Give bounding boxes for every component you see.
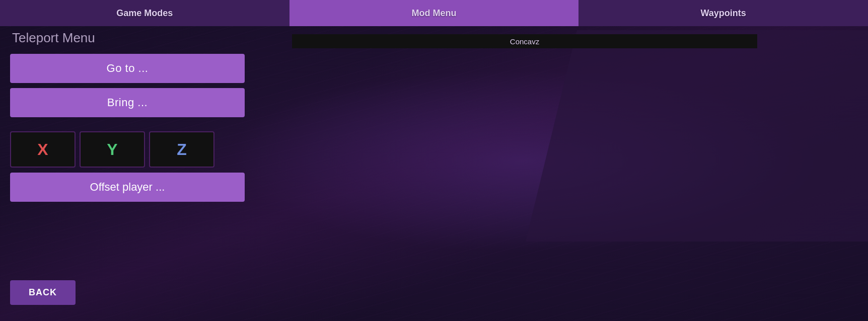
goto-button[interactable]: Go to ... [10, 54, 245, 83]
tab-game-modes[interactable]: Game Modes [0, 0, 290, 26]
back-button[interactable]: BACK [10, 280, 76, 305]
player-name-text: Concavz [510, 37, 539, 46]
teleport-menu-panel: Teleport Menu Go to ... Bring ... X Y Z … [10, 30, 272, 202]
y-axis-button[interactable]: Y [80, 131, 145, 168]
panel-title: Teleport Menu [10, 30, 272, 46]
bring-button[interactable]: Bring ... [10, 88, 245, 117]
offset-player-button[interactable]: Offset player ... [10, 173, 245, 202]
tab-waypoints[interactable]: Waypoints [578, 0, 868, 26]
tab-mod-menu[interactable]: Mod Menu [290, 0, 579, 26]
top-navigation: Game Modes Mod Menu Waypoints [0, 0, 868, 26]
x-axis-button[interactable]: X [10, 131, 76, 168]
z-axis-button[interactable]: Z [149, 131, 214, 168]
xyz-row: X Y Z [10, 131, 272, 168]
player-name-bar: Concavz [292, 34, 757, 48]
background-shape-right [526, 30, 868, 242]
